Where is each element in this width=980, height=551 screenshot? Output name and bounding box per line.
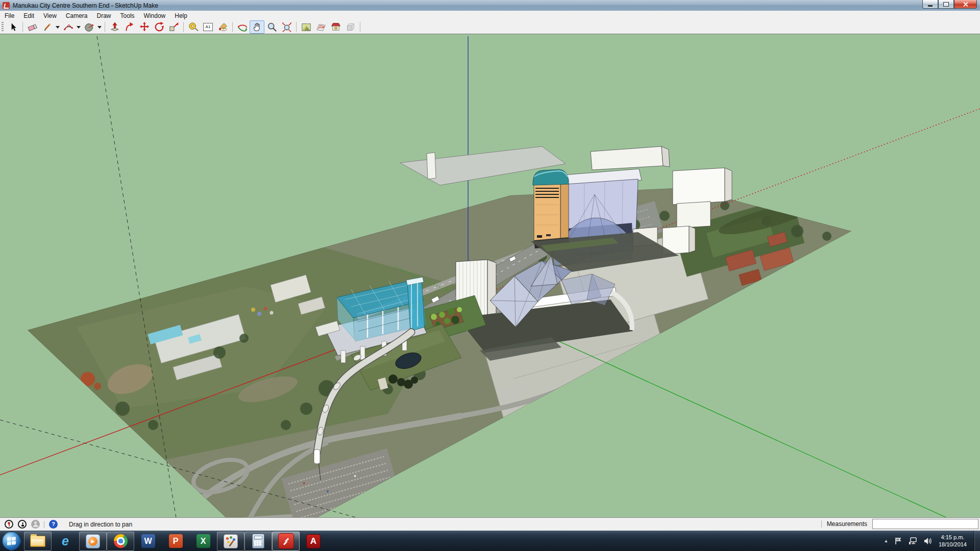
explorer-icon: [30, 536, 45, 547]
move-icon: [139, 21, 150, 33]
taskbar-app-internet-explorer[interactable]: e: [52, 532, 79, 551]
menu-camera[interactable]: Camera: [61, 11, 92, 20]
pushpull-icon: [109, 21, 120, 33]
windows-taskbar: e ▶ W P X A ▲: [0, 531, 980, 551]
sketchup-app-icon: [3, 2, 10, 9]
system-tray: ▲ 4:15 p.m. 18/10/2014: [884, 531, 980, 551]
getting-started-toolbar: A1: [0, 20, 980, 34]
sign-in-icon[interactable]: [31, 520, 40, 529]
tape-measure-tool-button[interactable]: [186, 20, 201, 34]
get-models-tool-button[interactable]: [343, 20, 358, 34]
dashed-guide-line-left: [97, 36, 176, 518]
measurements-separator: [821, 520, 822, 528]
taskbar-app-word[interactable]: W: [134, 532, 162, 551]
clock-time: 4:15 p.m.: [939, 534, 967, 541]
paint-bucket-tool-button[interactable]: [215, 20, 230, 34]
pushpull-tool-button[interactable]: [107, 20, 122, 34]
restore-button[interactable]: [938, 0, 954, 9]
select-tool-button[interactable]: [6, 20, 20, 34]
show-desktop-button[interactable]: [974, 531, 980, 551]
excel-icon: X: [197, 534, 210, 548]
scale-tool-button[interactable]: [166, 20, 181, 34]
3d-scene: [0, 34, 980, 518]
shapes-tool-button[interactable]: [82, 20, 96, 34]
pan-hand-icon: [252, 21, 263, 33]
model-viewport[interactable]: [0, 34, 980, 517]
taskbar-app-excel[interactable]: X: [189, 532, 217, 551]
taskbar-app-powerpoint[interactable]: P: [162, 532, 189, 551]
followme-icon: [124, 21, 135, 33]
scale-icon: [168, 21, 180, 33]
help-icon[interactable]: ?: [49, 520, 58, 529]
taskbar-app-acrobat[interactable]: A: [300, 532, 327, 551]
rotate-icon: [154, 21, 165, 33]
taskbar-app-paint[interactable]: [217, 532, 244, 551]
eraser-tool-button[interactable]: [25, 20, 40, 34]
close-button[interactable]: [954, 0, 977, 9]
windows-logo-icon: [7, 537, 16, 545]
line-tool-button[interactable]: [40, 20, 55, 34]
geolocation-icon[interactable]: [5, 520, 13, 529]
paint-bucket-icon: [217, 21, 229, 33]
move-tool-button[interactable]: [137, 20, 152, 34]
toggle-terrain-tool-button[interactable]: [313, 20, 328, 34]
menu-draw[interactable]: Draw: [92, 11, 116, 20]
status-hint-text: Drag in direction to pan: [69, 521, 132, 528]
taskbar-app-media-player[interactable]: ▶: [79, 532, 107, 551]
circle-icon: [84, 21, 95, 33]
word-icon: W: [141, 534, 155, 548]
taskbar-app-calculator[interactable]: [244, 532, 272, 551]
media-player-icon: ▶: [86, 534, 100, 548]
menu-window[interactable]: Window: [139, 11, 170, 20]
shapes-dropdown-arrow[interactable]: [97, 26, 102, 29]
arc-icon: [63, 21, 74, 33]
orbit-tool-button[interactable]: [235, 20, 250, 34]
text-tool-button[interactable]: A1: [201, 20, 215, 34]
toolbar-grip[interactable]: [2, 22, 4, 32]
pan-tool-button[interactable]: [250, 20, 264, 34]
menu-file[interactable]: File: [0, 11, 19, 20]
taskbar-app-explorer[interactable]: [24, 532, 52, 551]
taskbar-app-chrome[interactable]: [107, 532, 134, 551]
volume-icon[interactable]: [924, 537, 932, 545]
followme-tool-button[interactable]: [122, 20, 137, 34]
zoom-extents-tool-button[interactable]: [279, 20, 294, 34]
orbit-icon: [237, 21, 248, 33]
arc-dropdown-arrow[interactable]: [77, 26, 81, 29]
window-title: Manukau City Centre Southern End - Sketc…: [13, 2, 158, 9]
tape-measure-icon: [188, 21, 199, 33]
toggle-terrain-icon: [315, 21, 327, 33]
menu-tools[interactable]: Tools: [116, 11, 139, 20]
menu-edit[interactable]: Edit: [19, 11, 39, 20]
start-button[interactable]: [2, 532, 21, 550]
menu-view[interactable]: View: [39, 11, 61, 20]
zoom-extents-icon: [281, 21, 292, 33]
minimize-icon: [928, 5, 933, 7]
rotate-tool-button[interactable]: [152, 20, 166, 34]
title-bar[interactable]: Manukau City Centre Southern End - Sketc…: [0, 0, 980, 11]
photo-textures-tool-button[interactable]: [328, 20, 343, 34]
show-hidden-icons-button[interactable]: ▲: [884, 539, 888, 543]
internet-explorer-icon: e: [62, 535, 69, 547]
eraser-icon: [27, 21, 38, 33]
measurements-input[interactable]: [872, 519, 978, 529]
taskbar-app-sketchup[interactable]: [272, 532, 300, 551]
guideway-end-pier: [314, 449, 320, 464]
zoom-tool-button[interactable]: [264, 20, 279, 34]
status-separator: [44, 521, 44, 528]
sketchup-window: Manukau City Centre Southern End - Sketc…: [0, 0, 980, 551]
menu-bar: File Edit View Camera Draw Tools Window …: [0, 11, 980, 20]
add-location-tool-button[interactable]: [299, 20, 313, 34]
taskbar-clock[interactable]: 4:15 p.m. 18/10/2014: [939, 534, 967, 548]
minimize-button[interactable]: [922, 0, 938, 9]
text-tool-icon: A1: [203, 23, 213, 31]
claim-credit-icon[interactable]: [18, 520, 27, 529]
arc-tool-button[interactable]: [61, 20, 76, 34]
restore-icon: [943, 2, 949, 7]
network-icon[interactable]: [909, 537, 917, 545]
sketchup-icon: [278, 533, 294, 549]
chrome-icon: [114, 534, 128, 548]
menu-help[interactable]: Help: [170, 11, 192, 20]
action-center-flag-icon[interactable]: [895, 537, 902, 545]
line-dropdown-arrow[interactable]: [56, 26, 60, 29]
